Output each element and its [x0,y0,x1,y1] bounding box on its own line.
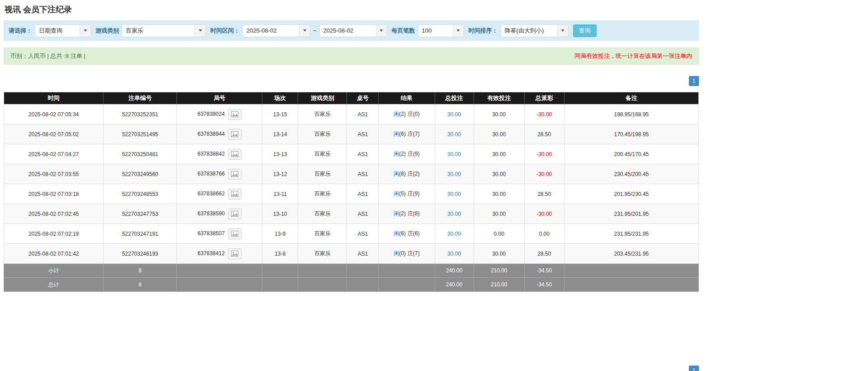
chevron-down-icon[interactable] [194,25,205,37]
grand-total-count: 8 [104,278,177,292]
filter-page-size: 每页笔数 100 [392,24,464,37]
game-type-cell: 百家乐 [298,164,347,184]
payout-cell: -30.00 [524,144,564,164]
total-bet-link[interactable]: 30.00 [447,131,461,138]
round-id-cell: 637838944 [177,124,262,144]
result-player-label: 闲 [394,190,399,197]
total-bet-cell: 30.00 [435,105,474,124]
picture-icon [231,171,238,177]
remark-cell: 231.95/231.95 [564,224,698,244]
payout-value: -30.00 [536,111,552,118]
round-id-cell: 637838507 [177,224,262,244]
result-banker-num: (7) [413,131,420,137]
table-no-cell: AS1 [347,244,379,264]
total-bet-link[interactable]: 30.00 [447,211,461,217]
session-cell: 13-11 [262,184,298,204]
total-bet-cell: 30.00 [435,124,474,144]
table-row: 2025-08-02 07:02:45 522703247753 6378385… [4,204,699,224]
game-type-cell: 百家乐 [298,124,347,144]
round-detail-button[interactable] [228,129,242,140]
header-time: 时间 [4,92,104,105]
select-type-label: 请选择： [9,27,32,35]
date-from-combo[interactable]: 2025-08-02 [242,24,310,37]
session-cell: 13-13 [262,144,298,164]
game-type-combo[interactable]: 百家乐 [122,24,206,37]
time-cell: 2025-08-02 07:04:27 [4,144,104,164]
time-cell: 2025-08-02 07:03:18 [4,184,104,204]
total-bet-link[interactable]: 30.00 [447,171,461,177]
round-detail-button[interactable] [228,228,242,239]
total-bet-link[interactable]: 30.00 [447,251,461,257]
page-size-combo[interactable]: 100 [418,24,464,37]
round-detail-button[interactable] [228,209,242,219]
page-button-1[interactable]: 1 [689,76,699,86]
round-detail-button[interactable] [228,149,242,160]
result-cell: 闲(8)庄(2) [379,164,435,184]
grand-total-label: 总计 [4,278,104,292]
page-button-1[interactable]: 1 [689,366,699,371]
header-game-type: 游戏类别 [298,92,347,105]
bet-records-table: 时间 注单编号 局号 场次 游戏类别 桌号 结果 总投注 有效投注 总派彩 备注… [4,92,699,292]
header-bet-id: 注单编号 [104,92,177,105]
result-cell: 闲(2)庄(9) [379,144,435,164]
game-type-cell: 百家乐 [298,244,347,264]
payout-value: -30.00 [536,171,552,177]
total-bet-link[interactable]: 30.00 [447,231,461,237]
sort-combo[interactable]: 降幂(由大到小) [501,24,569,37]
picture-icon [231,111,238,117]
round-id: 637838944 [198,131,225,137]
table-no-cell: AS1 [347,124,379,144]
result-banker-num: (7) [413,250,420,257]
table-row: 2025-08-02 07:04:27 522703250481 6378388… [4,144,699,164]
table-no-cell: AS1 [347,164,379,184]
remark-cell: 200.45/170.45 [564,144,698,164]
chevron-down-icon[interactable] [453,25,464,37]
result-player-label: 闲 [394,131,399,137]
total-bet-link[interactable]: 30.00 [447,191,461,197]
round-detail-button[interactable] [228,248,242,259]
chevron-down-icon[interactable] [80,25,90,37]
header-round-id: 局号 [177,92,262,105]
pagination-bottom: 1 [4,366,699,371]
table-no-cell: AS1 [347,184,379,204]
search-button[interactable]: 查询 [573,24,597,37]
remark-cell: 170.45/198.95 [564,124,698,144]
page-title: 视讯 会员下注纪录 [4,0,699,15]
valid-bet-cell: 0.00 [474,224,524,244]
result-banker-num: (2) [413,171,420,177]
time-cell: 2025-08-02 07:01:42 [4,244,104,264]
remark-cell: 230.45/200.45 [564,164,698,184]
date-to-combo[interactable]: 2025-08-02 [319,24,387,37]
date-from-value: 2025-08-02 [243,25,299,37]
payout-cell: 0.00 [524,224,564,244]
result-player-num: (8) [399,171,406,177]
select-type-combo[interactable]: 日期查询 [35,24,91,37]
total-bet-link[interactable]: 30.00 [447,111,461,118]
header-remark: 备注 [564,92,698,105]
table-no-cell: AS1 [347,204,379,224]
table-no-cell: AS1 [347,224,379,244]
round-detail-button[interactable] [228,109,242,120]
grand-total-row: 总计 8 240.00 210.00 -34.50 [4,278,699,292]
total-bet-cell: 30.00 [435,164,474,184]
chevron-down-icon[interactable] [376,25,387,37]
chevron-down-icon[interactable] [299,25,310,37]
payout-value: -30.00 [536,151,552,157]
payout-value: 28.50 [537,251,551,257]
round-id: 637839024 [198,111,225,117]
round-id: 637838507 [198,230,225,237]
result-player-label: 闲 [394,111,399,117]
round-detail-button[interactable] [228,169,242,180]
chevron-down-icon[interactable] [557,25,568,37]
session-cell: 13-9 [262,224,298,244]
round-detail-button[interactable] [228,189,242,200]
currency-summary: 币别：人民币 | 总共 :8 注单 | [10,52,85,60]
round-id-cell: 637838412 [177,244,262,264]
bet-id-cell: 522703251495 [104,124,177,144]
payout-cell: 28.50 [524,124,564,144]
bet-id-cell: 522703246193 [104,244,177,264]
total-bet-cell: 30.00 [435,244,474,264]
date-range-label: 时间区间： [210,27,240,35]
result-banker-label: 庄 [408,250,413,257]
total-bet-link[interactable]: 30.00 [447,151,461,157]
